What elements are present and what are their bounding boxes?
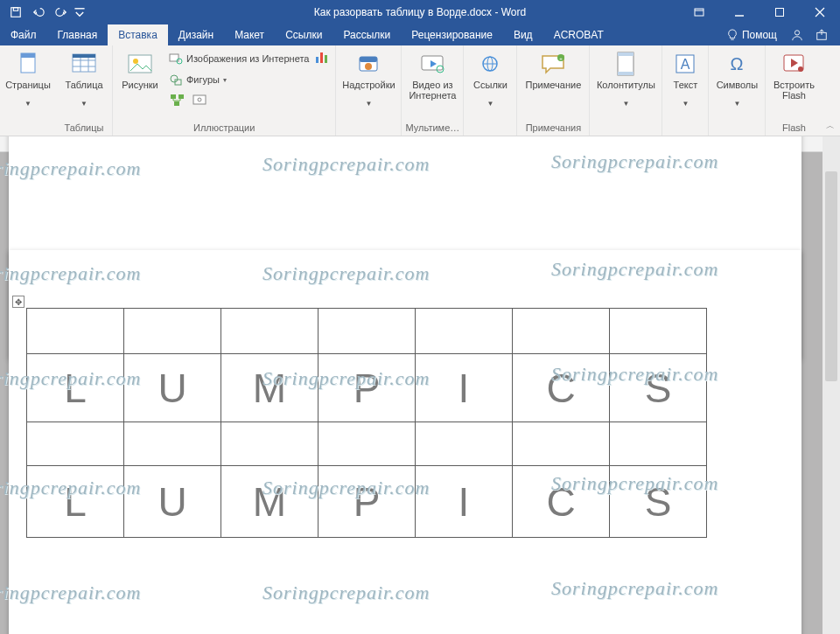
table-move-handle[interactable]: ✥: [12, 296, 24, 308]
table-row[interactable]: [27, 422, 707, 466]
group-flash: ВстроитьFlash Flash: [766, 45, 822, 136]
svg-text:Ω: Ω: [731, 54, 744, 73]
redo-button[interactable]: [51, 3, 72, 22]
user-icon[interactable]: [791, 29, 803, 41]
undo-button[interactable]: [28, 3, 49, 22]
pictures-button[interactable]: Рисунки: [116, 47, 164, 101]
table-cell[interactable]: S: [610, 466, 707, 538]
table-cell[interactable]: M: [221, 466, 318, 538]
group-links: Ссылки ▼: [464, 45, 517, 136]
minimize-button[interactable]: [719, 0, 760, 24]
table-cell[interactable]: C: [513, 354, 610, 422]
group-pages: Страницы ▼: [0, 45, 56, 136]
chart-icon: [314, 49, 332, 65]
svg-rect-26: [171, 94, 176, 99]
table-cell[interactable]: U: [124, 354, 221, 422]
table-row[interactable]: L U M P I C S: [27, 466, 707, 538]
shapes-icon: [169, 73, 183, 87]
table-cell[interactable]: M: [221, 354, 318, 422]
chevron-down-icon: ▼: [622, 101, 629, 107]
svg-rect-0: [11, 8, 21, 17]
links-icon: [478, 49, 502, 79]
table-cell[interactable]: L: [27, 354, 124, 422]
tab-acrobat[interactable]: ACROBAT: [543, 24, 614, 45]
table-cell[interactable]: I: [416, 354, 513, 422]
table-button[interactable]: Таблица ▼: [60, 47, 108, 107]
vertical-scrollbar[interactable]: [822, 136, 840, 634]
links-button[interactable]: Ссылки ▼: [467, 47, 513, 107]
share-icon[interactable]: [816, 29, 828, 41]
screenshot-button[interactable]: [190, 91, 211, 110]
group-illustrations: Рисунки Изображения из Интернета Фигуры …: [113, 45, 336, 136]
chevron-down-icon: ▼: [733, 101, 740, 107]
flash-icon: [781, 49, 806, 79]
tab-file[interactable]: Файл: [0, 24, 47, 45]
svg-rect-33: [325, 55, 327, 63]
table-cell[interactable]: C: [513, 466, 610, 538]
tab-layout[interactable]: Макет: [224, 24, 275, 45]
group-addins: Надстройки ▼: [336, 45, 402, 136]
comment-button[interactable]: + Примечание: [521, 47, 585, 101]
quick-access-toolbar: [0, 3, 86, 22]
qat-customize-button[interactable]: [74, 3, 86, 22]
online-pictures-button[interactable]: Изображения из Интернета: [165, 49, 312, 68]
tab-view[interactable]: Вид: [503, 24, 543, 45]
header-footer-button[interactable]: Колонтитулы ▼: [593, 47, 658, 107]
table-cell[interactable]: U: [124, 466, 221, 538]
window-controls: [679, 0, 840, 24]
symbols-icon: Ω: [725, 49, 748, 79]
tab-home[interactable]: Главная: [47, 24, 108, 45]
tab-insert[interactable]: Вставка: [108, 24, 168, 45]
pictures-icon: [127, 49, 153, 79]
tab-references[interactable]: Ссылки: [275, 24, 332, 45]
chart-button[interactable]: [314, 49, 332, 68]
table-cell[interactable]: L: [27, 466, 124, 538]
svg-text:+: +: [560, 56, 564, 61]
svg-rect-32: [320, 52, 323, 63]
table-cell[interactable]: S: [610, 354, 707, 422]
collapse-ribbon-button[interactable]: ︿: [826, 120, 835, 132]
close-button[interactable]: [800, 0, 840, 24]
save-button[interactable]: [5, 3, 26, 22]
addins-icon: [356, 49, 381, 79]
table-icon: [71, 49, 97, 79]
scrollbar-thumb[interactable]: [825, 171, 837, 381]
table-cell[interactable]: I: [416, 466, 513, 538]
tab-design[interactable]: Дизайн: [168, 24, 224, 45]
screenshot-icon: [192, 94, 208, 108]
text-button[interactable]: A Текст ▼: [666, 47, 704, 107]
tell-me-help[interactable]: Помощ: [718, 24, 786, 45]
symbols-button[interactable]: Ω Символы ▼: [712, 47, 761, 107]
table-cell[interactable]: P: [318, 354, 416, 422]
svg-point-21: [133, 59, 138, 64]
smartart-button[interactable]: [167, 91, 188, 110]
smartart-icon: [170, 94, 186, 108]
table-row[interactable]: [27, 309, 707, 354]
lightbulb-icon: [726, 29, 738, 41]
online-video-button[interactable]: Видео изИнтернета: [405, 47, 459, 101]
table-row[interactable]: L U M P I C S: [27, 354, 707, 422]
group-header-footer: Колонтитулы ▼: [590, 45, 662, 136]
text-icon: A: [674, 49, 696, 79]
document-table[interactable]: L U M P I C S L U M P I C S: [26, 308, 707, 538]
addins-button[interactable]: Надстройки ▼: [340, 47, 397, 107]
pages-icon: [16, 49, 40, 79]
tab-review[interactable]: Рецензирование: [401, 24, 503, 45]
svg-rect-35: [360, 57, 377, 62]
chevron-down-icon: ▼: [682, 101, 689, 107]
group-comments: + Примечание Примечания: [517, 45, 590, 136]
comment-icon: +: [540, 49, 566, 79]
shapes-button[interactable]: Фигуры ▾: [165, 70, 312, 89]
maximize-button[interactable]: [760, 0, 800, 24]
tab-mailings[interactable]: Рассылки: [332, 24, 401, 45]
group-text: A Текст ▼: [662, 45, 709, 136]
flash-button[interactable]: ВстроитьFlash: [769, 47, 818, 101]
svg-text:A: A: [681, 57, 690, 72]
table-cell[interactable]: P: [318, 466, 416, 538]
svg-rect-6: [776, 9, 784, 17]
share-user-area: [786, 24, 840, 45]
svg-rect-31: [316, 57, 318, 63]
pages-button[interactable]: Страницы ▼: [4, 47, 52, 107]
ribbon-display-options-button[interactable]: [679, 0, 719, 24]
page-wrap[interactable]: ✥ L U M P I C S L U M P I: [0, 136, 819, 634]
